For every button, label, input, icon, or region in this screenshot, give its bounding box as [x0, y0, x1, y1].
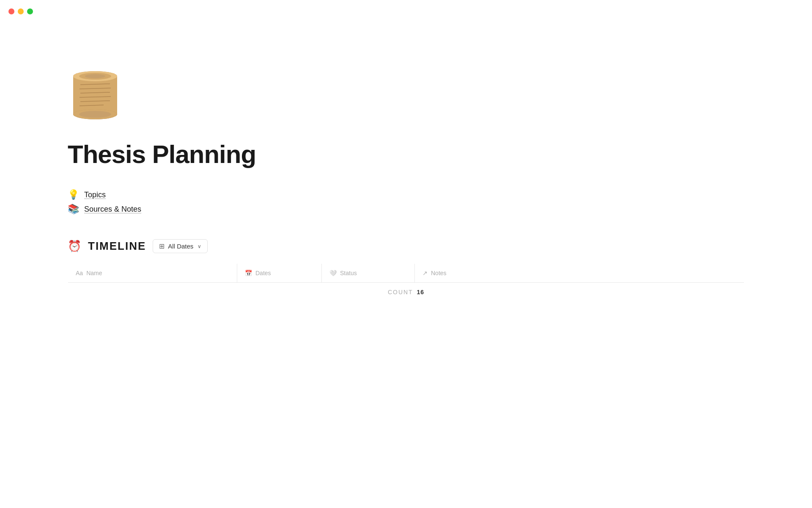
- timeline-table: Aa Name 📅 Dates 🤍 Status: [68, 263, 744, 302]
- links-section: 💡 Topics 📚 Sources & Notes: [68, 190, 744, 214]
- count-row: COUNT 16: [68, 283, 744, 302]
- chevron-down-icon: ∨: [198, 243, 201, 249]
- sources-notes-label: Sources & Notes: [84, 205, 141, 214]
- status-col-icon: 🤍: [329, 270, 337, 276]
- page-title: Thesis Planning: [68, 140, 744, 169]
- page-icon[interactable]: [68, 68, 744, 123]
- topics-emoji: 💡: [68, 190, 79, 199]
- svg-point-5: [85, 74, 105, 78]
- main-content: Thesis Planning 💡 Topics 📚 Sources & Not…: [0, 0, 812, 508]
- status-col-label: Status: [340, 270, 357, 276]
- notes-col-label: Notes: [431, 270, 447, 276]
- col-status-header[interactable]: 🤍 Status: [322, 264, 415, 283]
- name-col-label: Name: [86, 270, 102, 276]
- count-label: COUNT: [388, 289, 413, 295]
- notes-col-icon: ↗: [422, 270, 428, 276]
- timeline-section: ⏰ TIMELINE ⊞ All Dates ∨ Aa Name: [68, 239, 744, 302]
- col-notes-header[interactable]: ↗ Notes: [415, 264, 744, 283]
- name-col-icon: Aa: [76, 270, 83, 276]
- filter-grid-icon: ⊞: [159, 242, 165, 250]
- timeline-emoji: ⏰: [68, 240, 81, 253]
- timeline-title: TIMELINE: [88, 240, 146, 253]
- timeline-header: ⏰ TIMELINE ⊞ All Dates ∨: [68, 239, 744, 253]
- sources-notes-link[interactable]: 📚 Sources & Notes: [68, 204, 744, 214]
- sources-emoji: 📚: [68, 204, 79, 214]
- col-name-header[interactable]: Aa Name: [68, 264, 237, 283]
- svg-point-7: [79, 111, 111, 118]
- topics-label: Topics: [84, 190, 106, 199]
- all-dates-filter[interactable]: ⊞ All Dates ∨: [153, 239, 208, 253]
- topics-link[interactable]: 💡 Topics: [68, 190, 744, 199]
- filter-label: All Dates: [168, 243, 193, 250]
- dates-col-icon: 📅: [245, 270, 252, 276]
- table-header-row: Aa Name 📅 Dates 🤍 Status: [68, 264, 744, 283]
- count-cell: COUNT 16: [68, 283, 744, 302]
- dates-col-label: Dates: [255, 270, 271, 276]
- col-dates-header[interactable]: 📅 Dates: [237, 264, 322, 283]
- svg-rect-1: [73, 76, 117, 114]
- count-value: 16: [417, 289, 425, 295]
